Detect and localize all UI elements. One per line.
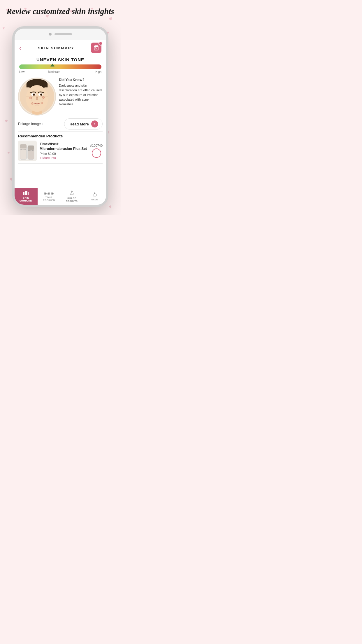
svg-rect-25 [23,192,24,195]
did-you-know-title: Did You Know? [59,78,103,83]
phone-camera-dot [49,33,52,36]
did-you-know-text: Dark spots and skin discoloration are of… [59,84,102,106]
recommended-products: Recommended Products MARY KAY MARY KAY [15,132,106,163]
svg-rect-26 [25,191,26,195]
svg-rect-23 [28,146,34,150]
product-info: TimeWise® Microdermabrasion Plus Set Pri… [40,142,87,160]
phone-top-bar [15,29,106,40]
svg-text:MARY KAY: MARY KAY [20,148,27,150]
regimen-icon: ◉◉◉ [44,191,54,195]
svg-rect-20 [20,144,27,148]
phone-speaker [55,33,72,35]
skin-tone-section: UNEVEN SKIN TONE Low Moderate High [15,55,106,76]
product-sku: #100740 [90,144,103,147]
svg-rect-27 [26,191,27,195]
nav-item-share[interactable]: SHARERESULTS [60,188,83,205]
gauge-label-moderate: Moderate [48,70,60,74]
cart-icon-wrap[interactable]: 0 [91,43,101,53]
nav-label-share: SHARERESULTS [66,197,78,202]
skin-tone-title: UNEVEN SKIN TONE [19,57,101,62]
main-content: Did You Know? Dark spots and skin discol… [15,76,106,117]
product-select-circle[interactable] [92,148,101,158]
svg-rect-28 [28,192,29,195]
nav-item-save[interactable]: SAVE [83,188,106,205]
nav-label-skin-summary: SKINSUMMARY [20,197,33,202]
nav-item-regimen[interactable]: ◉◉◉ YOURREGIMEN [38,188,61,205]
page-heading: Review customized skin insights [0,6,121,16]
nav-item-skin-summary[interactable]: SKINSUMMARY [15,188,38,205]
header-title: SKIN SUMMARY [38,46,74,50]
svg-text:MARY KAY: MARY KAY [28,150,34,151]
app-screen: ‹ SKIN SUMMARY 0 UNEVEN SKIN TONE [15,40,106,205]
product-price: Price $0.00 [40,152,87,155]
save-icon [92,192,97,198]
bar-chart-icon [23,191,29,196]
product-item: MARY KAY MARY KAY TimeWise® Microdermabr… [18,141,103,161]
nav-label-regimen: YOURREGIMEN [43,196,55,202]
app-header: ‹ SKIN SUMMARY 0 [15,40,106,55]
gauge-bar [19,64,101,69]
back-button[interactable]: ‹ [19,45,21,51]
gauge-label-low: Low [19,70,24,74]
cart-badge: 0 [99,41,103,46]
recommended-title: Recommended Products [18,134,103,138]
did-you-know: Did You Know? Dark spots and skin discol… [59,78,103,116]
face-circle [18,78,56,116]
divider-2 [18,163,103,164]
product-name: TimeWise® Microdermabrasion Plus Set [40,142,87,151]
read-more-button[interactable]: Read More › [64,118,103,130]
gauge-label-high: High [95,70,101,74]
phone-mockup: ‹ SKIN SUMMARY 0 UNEVEN SKIN TONE [12,26,108,207]
enlarge-button[interactable]: Enlarge Image + [18,122,44,126]
gauge-labels: Low Moderate High [19,70,101,74]
share-icon [69,190,74,196]
product-image: MARY KAY MARY KAY [18,141,37,161]
bottom-nav: SKINSUMMARY ◉◉◉ YOURREGIMEN SHARERESULT [15,188,106,205]
gauge-marker [50,64,55,66]
phone-frame: ‹ SKIN SUMMARY 0 UNEVEN SKIN TONE [12,26,108,207]
read-more-arrow-icon: › [91,120,98,127]
product-more-info-link[interactable]: + More Info [40,156,87,160]
action-row: Enlarge Image + Read More › [15,117,106,131]
nav-label-save: SAVE [91,198,98,201]
svg-point-8 [34,94,35,95]
